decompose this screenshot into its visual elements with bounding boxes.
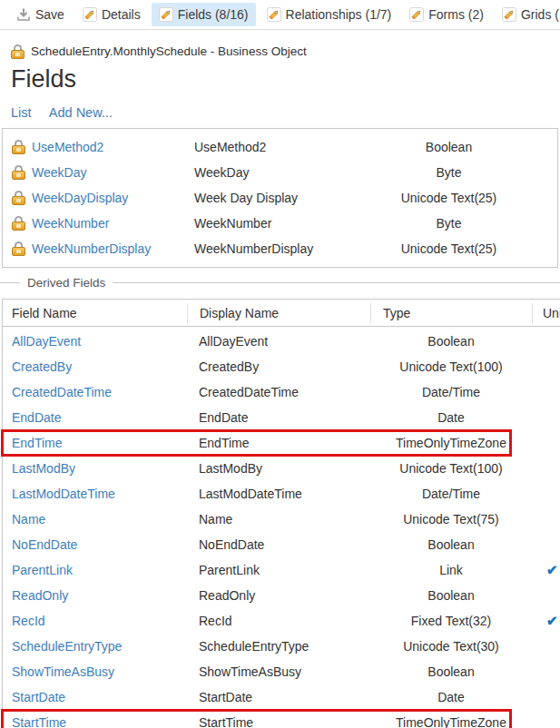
- page-title: Fields: [11, 64, 560, 93]
- toolbar-item-grids-1[interactable]: Grids (1): [495, 3, 560, 26]
- pencil-icon: [159, 7, 173, 22]
- field-name-link[interactable]: AllDayEvent: [12, 334, 81, 349]
- toolbar-item-relationships-1-7[interactable]: Relationships (1/7): [260, 3, 399, 26]
- field-name-link[interactable]: WeekNumberDisplay: [32, 241, 151, 256]
- field-name-link[interactable]: NoEndDate: [12, 537, 77, 552]
- display-name-cell: ReadOnly: [187, 588, 370, 603]
- pencil-icon: [409, 7, 424, 22]
- derived-field-row: NoEndDateNoEndDateBoolean: [3, 532, 560, 557]
- field-name-link[interactable]: CreatedBy: [12, 359, 72, 374]
- breadcrumb: ScheduleEntry.MonthlySchedule - Business…: [11, 44, 560, 59]
- display-name-cell: LastModBy: [187, 461, 370, 476]
- derived-field-row: NameNameUnicode Text(75): [3, 507, 560, 532]
- type-cell: Unicode Text(100): [370, 359, 532, 374]
- toolbar-item-label: Forms (2): [428, 7, 484, 22]
- field-name-link[interactable]: EndDate: [12, 410, 61, 425]
- derived-field-row: RecIdRecIdFixed Text(32)✔: [3, 608, 560, 634]
- derived-field-row: CreatedByCreatedByUnicode Text(100): [3, 354, 560, 379]
- field-name-link[interactable]: ParentLink: [12, 563, 73, 577]
- type-cell: Unicode Text(30): [370, 639, 532, 654]
- field-name-cell: WeekDay: [3, 165, 194, 180]
- derived-fields-table: Field NameDisplay NameTypeUnic AllDayEve…: [2, 299, 560, 728]
- type-cell: Boolean: [370, 334, 532, 349]
- field-name-link[interactable]: StartTime: [12, 715, 66, 728]
- display-name-cell: StartDate: [187, 690, 370, 704]
- field-name-link[interactable]: WeekNumber: [32, 216, 109, 231]
- type-cell: Date: [370, 410, 532, 425]
- derived-field-row: LastModDateTimeLastModDateTimeDate/Time: [3, 481, 560, 507]
- field-name-link[interactable]: ScheduleEntryType: [12, 639, 122, 654]
- derived-field-row: ScheduleEntryTypeScheduleEntryTypeUnicod…: [3, 634, 560, 659]
- type-cell: Byte: [369, 216, 528, 231]
- lock-icon: [12, 216, 25, 231]
- derived-table-rows: AllDayEventAllDayEventBooleanCreatedByCr…: [3, 327, 560, 728]
- field-name-link[interactable]: RecId: [12, 614, 45, 628]
- field-name-link[interactable]: WeekDay: [32, 165, 86, 180]
- type-cell: Byte: [369, 165, 528, 180]
- pencil-icon: [267, 7, 281, 22]
- toolbar-item-fields-8-16[interactable]: Fields (8/16): [152, 3, 256, 26]
- locked-field-row: WeekDayDisplayWeek Day DisplayUnicode Te…: [3, 185, 557, 211]
- display-name-cell: NoEndDate: [187, 537, 370, 552]
- type-cell: Unicode Text(25): [369, 191, 528, 205]
- column-header-display-name: Display Name: [187, 303, 370, 323]
- toolbar-item-save[interactable]: Save: [9, 3, 72, 26]
- type-cell: Date/Time: [370, 487, 532, 501]
- display-name-cell: CreatedDateTime: [187, 385, 370, 399]
- field-name-cell: StartDate: [3, 690, 187, 704]
- action-links: List Add New...: [11, 105, 560, 122]
- column-header-type: Type: [370, 303, 532, 323]
- display-name-cell: AllDayEvent: [187, 334, 370, 349]
- field-name-cell: WeekNumberDisplay: [3, 241, 194, 256]
- field-name-cell: ShowTimeAsBusy: [3, 664, 187, 679]
- toolbar: SaveDetailsFields (8/16)Relationships (1…: [0, 0, 560, 30]
- field-name-link[interactable]: UseMethod2: [32, 140, 103, 154]
- locked-field-row: WeekNumberDisplayWeekNumberDisplayUnicod…: [3, 236, 557, 261]
- type-cell: Date: [370, 690, 532, 704]
- field-name-cell: LastModDateTime: [3, 487, 187, 501]
- toolbar-item-forms-2[interactable]: Forms (2): [402, 3, 491, 26]
- field-name-link[interactable]: LastModBy: [12, 461, 75, 476]
- toolbar-item-label: Save: [35, 7, 64, 22]
- type-cell: Boolean: [370, 588, 532, 603]
- list-link[interactable]: List: [11, 105, 32, 120]
- breadcrumb-label: ScheduleEntry.MonthlySchedule - Business…: [31, 44, 307, 58]
- derived-table-header: Field NameDisplay NameTypeUnic: [3, 300, 560, 327]
- derived-field-row: ShowTimeAsBusyShowTimeAsBusyBoolean: [3, 659, 560, 684]
- pencil-icon: [502, 7, 516, 22]
- add-new-link[interactable]: Add New...: [49, 105, 113, 120]
- field-name-link[interactable]: WeekDayDisplay: [32, 191, 128, 205]
- derived-field-row: ReadOnlyReadOnlyBoolean: [3, 583, 560, 608]
- type-cell: Unicode Text(75): [370, 512, 532, 526]
- display-name-cell: CreatedBy: [187, 359, 370, 374]
- field-name-cell: CreatedDateTime: [3, 385, 187, 399]
- field-name-cell: EndDate: [3, 410, 187, 425]
- field-name-cell: EndTime: [3, 436, 187, 450]
- type-cell: Unicode Text(25): [369, 241, 528, 256]
- display-name-cell: RecId: [187, 614, 370, 628]
- pencil-icon: [83, 7, 97, 22]
- field-name-link[interactable]: ShowTimeAsBusy: [12, 664, 114, 679]
- locked-field-row: WeekNumberWeekNumberByte: [3, 211, 557, 236]
- lock-icon: [12, 165, 25, 180]
- field-name-link[interactable]: LastModDateTime: [12, 487, 115, 501]
- derived-field-row: AllDayEventAllDayEventBoolean: [3, 329, 560, 354]
- field-name-cell: ReadOnly: [3, 588, 187, 603]
- field-name-cell: ParentLink: [3, 563, 187, 577]
- field-name-link[interactable]: ReadOnly: [12, 588, 68, 603]
- field-name-link[interactable]: StartDate: [12, 690, 65, 704]
- field-name-link[interactable]: Name: [12, 512, 45, 526]
- unicode-cell: ✔: [532, 614, 560, 628]
- field-name-cell: NoEndDate: [3, 537, 187, 552]
- type-cell: Boolean: [370, 664, 532, 679]
- toolbar-item-label: Details: [102, 7, 141, 22]
- derived-field-row: EndTimeEndTimeTimeOnlyTimeZone: [3, 430, 560, 456]
- field-name-link[interactable]: CreatedDateTime: [12, 385, 112, 399]
- type-cell: TimeOnlyTimeZone: [370, 436, 532, 450]
- column-header-field-name: Field Name: [3, 303, 187, 323]
- display-name-cell: StartTime: [187, 715, 370, 728]
- field-name-link[interactable]: EndTime: [12, 436, 63, 450]
- toolbar-item-details[interactable]: Details: [75, 3, 148, 26]
- display-name-cell: WeekDay: [194, 165, 369, 180]
- toolbar-item-label: Relationships (1/7): [286, 7, 392, 22]
